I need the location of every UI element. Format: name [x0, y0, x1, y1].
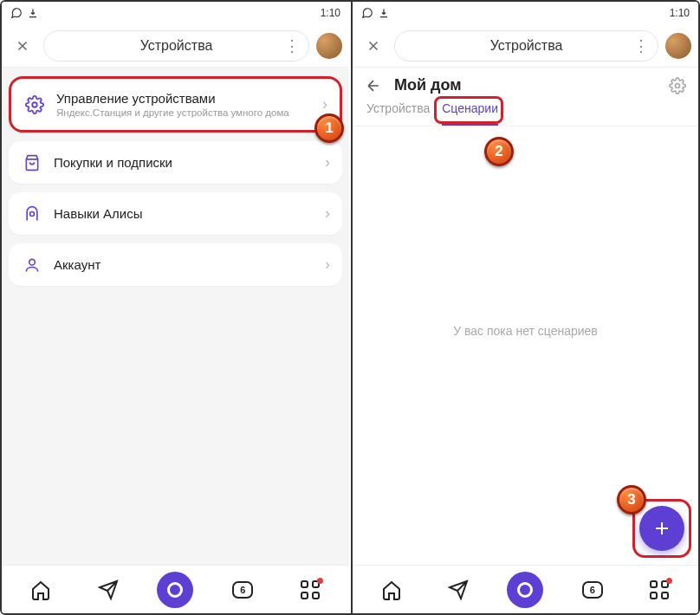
bottom-nav: 6 — [353, 565, 698, 613]
nav-apps-grid[interactable] — [640, 571, 678, 609]
menu-item-title: Аккаунт — [54, 257, 314, 272]
chevron-right-icon: › — [322, 95, 327, 113]
header-title-pill[interactable]: Устройства ⋮ — [43, 30, 309, 62]
close-button[interactable] — [360, 32, 387, 60]
header-title: Устройства — [490, 38, 563, 54]
download-icon — [28, 8, 38, 18]
download-icon — [379, 8, 389, 18]
nav-send[interactable] — [439, 571, 477, 609]
screen-2: 1:10 Устройства ⋮ Мой дом Устройства Сце… — [351, 2, 698, 613]
step-badge-3: 3 — [617, 485, 646, 515]
status-time: 1:10 — [321, 7, 340, 19]
page-title: Мой дом — [394, 76, 660, 94]
gear-icon — [23, 95, 46, 114]
nav-alice-center[interactable] — [506, 571, 544, 609]
bottom-nav: 6 — [2, 565, 349, 613]
menu-item-devices-management[interactable]: Управление устройствами Яндекс.Станция и… — [9, 76, 342, 133]
more-icon[interactable]: ⋮ — [633, 36, 649, 55]
status-bar: 1:10 — [353, 2, 698, 24]
nav-tabs-count[interactable]: 6 — [224, 571, 262, 609]
menu-item-title: Навыки Алисы — [54, 206, 314, 221]
screen-1: 1:10 Устройства ⋮ Управление устройствам… — [2, 2, 349, 613]
settings-gear-icon[interactable] — [669, 77, 686, 94]
status-bar: 1:10 — [2, 2, 349, 24]
nav-tabs-count[interactable]: 6 — [574, 571, 612, 609]
content-area: У вас пока нет сценариев 3 — [353, 126, 698, 565]
app-header: Устройства ⋮ — [353, 24, 698, 68]
header-title-pill[interactable]: Устройства ⋮ — [394, 30, 658, 62]
content-area: Управление устройствами Яндекс.Станция и… — [2, 68, 349, 565]
more-icon[interactable]: ⋮ — [284, 36, 300, 55]
nav-send[interactable] — [89, 571, 127, 609]
avatar[interactable] — [316, 33, 342, 59]
bag-icon — [21, 154, 43, 172]
chevron-right-icon: › — [325, 204, 330, 223]
tabs-bar: Устройства Сценарии — [353, 94, 698, 126]
status-time: 1:10 — [670, 7, 690, 19]
whatsapp-icon — [361, 7, 373, 19]
svg-point-3 — [676, 83, 680, 87]
svg-point-0 — [32, 102, 37, 107]
add-fab-button[interactable] — [639, 506, 684, 551]
person-icon — [21, 256, 43, 274]
nav-home[interactable] — [22, 571, 60, 609]
step-badge-2: 2 — [484, 137, 514, 166]
nav-apps-grid[interactable] — [291, 571, 329, 609]
tab-scenarios[interactable]: Сценарии — [442, 101, 498, 126]
chevron-right-icon: › — [325, 153, 330, 172]
svg-point-1 — [30, 211, 35, 216]
menu-item-title: Покупки и подписки — [54, 155, 314, 170]
menu-item-alice-skills[interactable]: Навыки Алисы › — [9, 192, 342, 235]
avatar[interactable] — [665, 33, 691, 59]
dual-screenshot-container: 1:10 Устройства ⋮ Управление устройствам… — [0, 0, 700, 615]
menu-item-title: Управление устройствами — [56, 91, 312, 106]
alice-icon — [21, 205, 43, 223]
nav-alice-center[interactable] — [156, 571, 194, 609]
back-button[interactable] — [365, 77, 386, 94]
chevron-right-icon: › — [325, 256, 330, 274]
close-button[interactable] — [9, 32, 36, 60]
menu-item-subtitle: Яндекс.Станция и другие устройства умног… — [56, 107, 312, 118]
svg-point-2 — [29, 259, 36, 265]
sub-header: Мой дом — [353, 68, 698, 94]
step-badge-1: 1 — [314, 113, 344, 143]
app-header: Устройства ⋮ — [2, 24, 349, 68]
whatsapp-icon — [10, 7, 23, 19]
tab-devices[interactable]: Устройства — [366, 101, 430, 126]
header-title: Устройства — [140, 38, 213, 54]
empty-state-text: У вас пока нет сценариев — [353, 324, 698, 338]
nav-home[interactable] — [373, 571, 411, 609]
menu-item-account[interactable]: Аккаунт › — [9, 243, 342, 286]
menu-item-purchases[interactable]: Покупки и подписки › — [9, 141, 342, 184]
